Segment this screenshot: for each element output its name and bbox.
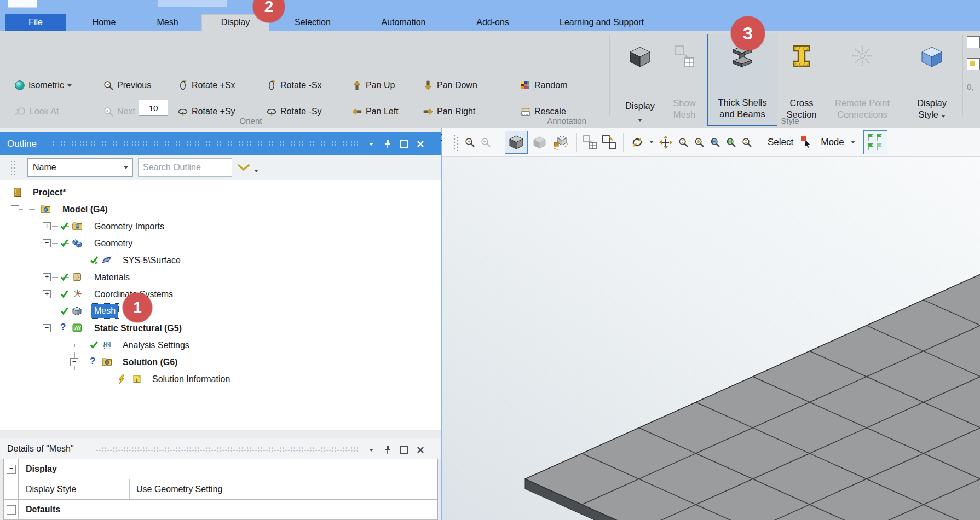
tree-item-static-structural-g5-[interactable]: −?Static Structural (G5) xyxy=(0,320,441,337)
wireframe-pane-icon[interactable] xyxy=(583,135,597,149)
display-style-button[interactable]: DisplayStyle xyxy=(901,34,962,126)
more-options-caret-icon[interactable] xyxy=(254,170,258,172)
viewport-canvas[interactable] xyxy=(442,157,980,520)
zoom-box-icon[interactable] xyxy=(725,137,736,148)
filter-drag-handle[interactable] xyxy=(10,160,16,175)
pin-icon[interactable] xyxy=(383,446,392,454)
mode-caret-icon[interactable] xyxy=(851,141,855,143)
collapse-box[interactable]: − xyxy=(43,239,51,247)
rotate-sy-button[interactable]: Rotate -Sy xyxy=(266,101,348,123)
random-button[interactable]: Random xyxy=(520,74,602,96)
look-at-icon[interactable] xyxy=(533,135,547,149)
tree-item-geometry-imports[interactable]: +Geometry Imports xyxy=(0,218,441,235)
outline-panel-header[interactable]: Outline xyxy=(0,132,441,155)
tab-mesh[interactable]: Mesh xyxy=(157,14,178,31)
chevron-down-icon[interactable] xyxy=(367,140,376,148)
tree-item-model-g4-[interactable]: −Model (G4) xyxy=(0,201,441,218)
show-mesh-button: ShowMesh xyxy=(662,34,706,126)
maximize-icon[interactable] xyxy=(400,446,408,454)
outline-tree: Project*−Model (G4)+Geometry Imports−Geo… xyxy=(0,180,441,430)
tree-item-project-[interactable]: Project* xyxy=(0,184,441,201)
tab-selection[interactable]: Selection xyxy=(295,14,331,31)
tree-item-solution-g6-[interactable]: −?Solution (G6) xyxy=(0,354,441,371)
toolbar-separator xyxy=(623,133,624,152)
previous-button[interactable]: Previous xyxy=(103,74,174,96)
chevron-down-icon[interactable] xyxy=(367,446,376,454)
check-state-icon xyxy=(60,222,69,233)
collapse-box[interactable]: − xyxy=(11,205,19,213)
rotate-sx-button[interactable]: Rotate +Sx xyxy=(177,74,263,96)
tree-item-solution-information[interactable]: iSolution Information xyxy=(0,371,441,388)
display-button[interactable]: Display xyxy=(619,34,661,126)
details-group-display[interactable]: −Display xyxy=(4,459,437,479)
check2-state-icon xyxy=(90,256,99,267)
expand-search-chevron-icon[interactable] xyxy=(237,163,251,174)
pan-up-button[interactable]: Pan Up xyxy=(351,74,420,96)
ribbon-tabs: File Display Home Mesh Selection Automat… xyxy=(0,14,980,31)
collapse-box[interactable]: − xyxy=(43,324,51,332)
tree-item-coordinate-systems[interactable]: +Coordinate Systems xyxy=(0,286,441,303)
step-badge-3: 3 xyxy=(731,16,765,50)
collapse-box[interactable]: − xyxy=(7,505,16,515)
mode-label[interactable]: Mode xyxy=(821,137,844,148)
isometric-view-button[interactable] xyxy=(505,131,528,154)
collapse-box[interactable]: − xyxy=(70,358,78,366)
expand-box[interactable]: + xyxy=(43,222,51,230)
project-icon xyxy=(13,187,22,199)
cross-section-button[interactable]: CrossSection xyxy=(780,34,823,126)
tree-item-sys-5-surface[interactable]: SYS-5\Surface xyxy=(0,252,441,269)
select-cursor-icon[interactable] xyxy=(800,135,814,149)
tree-item-geometry[interactable]: −Geometry xyxy=(0,235,441,252)
mag-back-icon xyxy=(103,80,114,91)
details-panel-header[interactable]: Details of "Mesh" xyxy=(0,438,441,459)
previous-view-icon[interactable] xyxy=(464,137,475,148)
static-structural-icon xyxy=(72,323,82,335)
pan-right-button[interactable]: Pan Right xyxy=(423,101,505,123)
lookat-icon xyxy=(14,106,26,117)
collapse-box[interactable]: − xyxy=(7,465,16,474)
zoom-dynamic-icon[interactable] xyxy=(741,137,752,148)
zoom-icon[interactable] xyxy=(678,137,689,148)
maximize-icon[interactable] xyxy=(400,140,408,148)
chevron-down-icon xyxy=(124,166,128,169)
toolbar-drag-handle[interactable] xyxy=(453,134,459,151)
rotate-caret-icon[interactable] xyxy=(649,141,654,143)
pan-icon[interactable] xyxy=(659,135,673,149)
tree-item-mesh[interactable]: Mesh xyxy=(0,303,441,320)
close-icon[interactable] xyxy=(416,446,425,454)
details-group-defaults[interactable]: −Defaults xyxy=(4,500,437,520)
tree-item-materials[interactable]: +Materials xyxy=(0,269,441,286)
expand-box[interactable]: + xyxy=(43,273,51,281)
check-state-icon xyxy=(60,307,69,317)
angle-input[interactable] xyxy=(139,100,168,116)
expand-box[interactable]: + xyxy=(43,290,51,298)
tab-add-ons[interactable]: Add-ons xyxy=(476,14,509,31)
viewports-icon[interactable] xyxy=(552,135,569,150)
tree-item-analysis-settings[interactable]: Analysis Settings xyxy=(0,337,441,354)
pin-icon[interactable] xyxy=(383,140,392,148)
select-label[interactable]: Select xyxy=(768,137,793,148)
tab-home[interactable]: Home xyxy=(93,14,116,31)
pan-down-button[interactable]: Pan Down xyxy=(423,74,505,96)
tab-learning-and-support[interactable]: Learning and Support xyxy=(560,14,644,31)
remote-point-connections-button: Remote PointConnections xyxy=(826,34,899,126)
isometric-button[interactable]: Isometric xyxy=(14,74,96,96)
search-outline-input[interactable] xyxy=(138,158,232,177)
details-row-display-style[interactable]: Display StyleUse Geometry Setting xyxy=(4,479,437,500)
filter-name-dropdown[interactable]: Name xyxy=(27,158,133,177)
tab-file[interactable]: File xyxy=(5,14,66,31)
quick-access-toolbar-partial[interactable] xyxy=(8,0,37,8)
arrow-down-icon xyxy=(423,80,434,91)
zoom-in-out-icon[interactable] xyxy=(694,137,705,148)
close-icon[interactable] xyxy=(416,140,425,148)
cube-dark-icon xyxy=(627,44,653,71)
pan-left-button[interactable]: Pan Left xyxy=(351,101,420,123)
rotate-icon[interactable] xyxy=(630,135,644,149)
zoom-fit-icon[interactable] xyxy=(710,137,720,148)
ibeam-gold-icon xyxy=(789,44,814,71)
check-state-icon xyxy=(90,340,99,351)
rotate-sx-button[interactable]: Rotate -Sx xyxy=(266,74,348,96)
selection-filter-flags-button[interactable] xyxy=(863,130,887,154)
tab-automation[interactable]: Automation xyxy=(382,14,426,31)
mesh-pane-icon[interactable] xyxy=(602,135,616,149)
